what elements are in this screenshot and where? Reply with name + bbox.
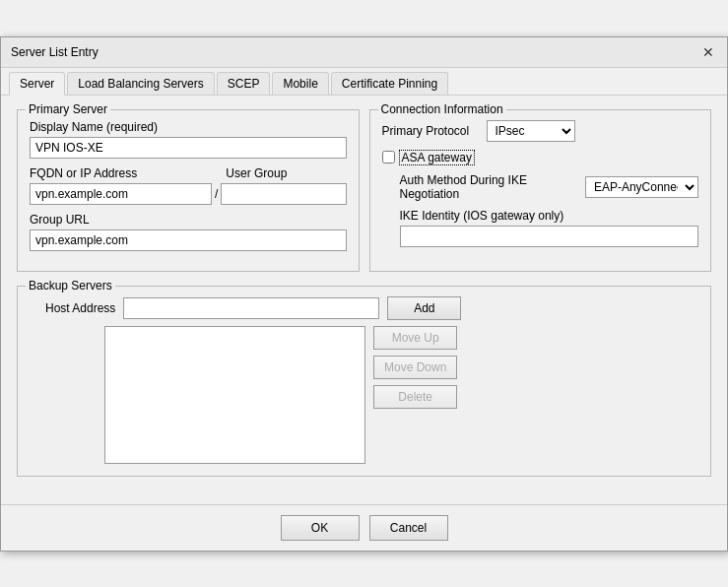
- asa-gateway-label: ASA gateway: [399, 150, 475, 165]
- fqdn-label: FQDN or IP Address: [30, 166, 210, 180]
- auth-method-select[interactable]: EAP-AnyConnect Certificate: [585, 176, 698, 198]
- auth-method-row: Auth Method During IKE Negotiation EAP-A…: [382, 173, 699, 201]
- tab-mobile[interactable]: Mobile: [272, 72, 328, 95]
- connection-info-section: Connection Information Primary Protocol …: [369, 109, 712, 272]
- user-group-label: User Group: [226, 166, 346, 180]
- fqdn-user-group-labels: FQDN or IP Address User Group: [30, 166, 347, 180]
- delete-button[interactable]: Delete: [373, 385, 457, 409]
- title-bar: Server List Entry ✕: [1, 37, 727, 68]
- server-list-entry-dialog: Server List Entry ✕ Server Load Balancin…: [0, 36, 728, 552]
- server-list[interactable]: [104, 326, 365, 464]
- fqdn-usergroup-row: /: [30, 183, 347, 205]
- dialog-title: Server List Entry: [11, 45, 99, 59]
- ok-button[interactable]: OK: [281, 515, 360, 541]
- backup-servers-section: Backup Servers Host Address Add Move Up …: [17, 286, 711, 477]
- main-content: Primary Server Display Name (required) F…: [1, 96, 727, 504]
- ike-identity-field: IKE Identity (IOS gateway only): [382, 209, 699, 247]
- tab-server[interactable]: Server: [9, 72, 65, 96]
- backup-servers-label: Backup Servers: [26, 279, 115, 293]
- group-url-label: Group URL: [30, 213, 347, 227]
- ike-identity-label: IKE Identity (IOS gateway only): [400, 209, 699, 223]
- cancel-button[interactable]: Cancel: [369, 515, 448, 541]
- asa-gateway-checkbox[interactable]: [382, 151, 395, 163]
- backup-content: Host Address Add Move Up Move Down Delet…: [30, 296, 698, 464]
- asa-gateway-row: ASA gateway: [382, 150, 699, 165]
- display-name-input[interactable]: [30, 137, 347, 159]
- move-down-button[interactable]: Move Down: [373, 356, 457, 379]
- primary-server-section: Primary Server Display Name (required) F…: [17, 109, 360, 272]
- user-group-input[interactable]: [221, 183, 346, 205]
- host-address-label: Host Address: [45, 301, 115, 315]
- primary-protocol-row: Primary Protocol IPsec SSL: [382, 120, 699, 142]
- tab-scep[interactable]: SCEP: [217, 72, 271, 95]
- primary-protocol-label: Primary Protocol: [382, 124, 481, 138]
- fqdn-input[interactable]: [30, 183, 212, 205]
- primary-server-label: Primary Server: [26, 102, 110, 116]
- side-action-buttons: Move Up Move Down Delete: [373, 326, 457, 464]
- ike-identity-input[interactable]: [400, 226, 699, 247]
- backup-main-area: Move Up Move Down Delete: [45, 326, 698, 464]
- connection-info-label: Connection Information: [378, 102, 506, 116]
- tab-certificate-pinning[interactable]: Certificate Pinning: [331, 72, 448, 95]
- top-sections: Primary Server Display Name (required) F…: [17, 109, 711, 272]
- display-name-label: Display Name (required): [30, 120, 347, 134]
- primary-protocol-select[interactable]: IPsec SSL: [487, 120, 575, 142]
- display-name-field: Display Name (required): [30, 120, 347, 159]
- add-button[interactable]: Add: [387, 296, 461, 320]
- auth-method-label: Auth Method During IKE Negotiation: [382, 173, 575, 201]
- move-up-button[interactable]: Move Up: [373, 326, 457, 350]
- server-list-container: [104, 326, 365, 464]
- group-url-field: Group URL: [30, 213, 347, 251]
- close-button[interactable]: ✕: [699, 43, 717, 61]
- slash-separator: /: [212, 187, 221, 201]
- dialog-footer: OK Cancel: [1, 504, 727, 551]
- host-address-input[interactable]: [123, 297, 379, 319]
- host-address-row: Host Address Add: [45, 296, 698, 320]
- tab-load-balancing[interactable]: Load Balancing Servers: [67, 72, 214, 95]
- group-url-input[interactable]: [30, 229, 347, 251]
- tabs-bar: Server Load Balancing Servers SCEP Mobil…: [1, 68, 727, 96]
